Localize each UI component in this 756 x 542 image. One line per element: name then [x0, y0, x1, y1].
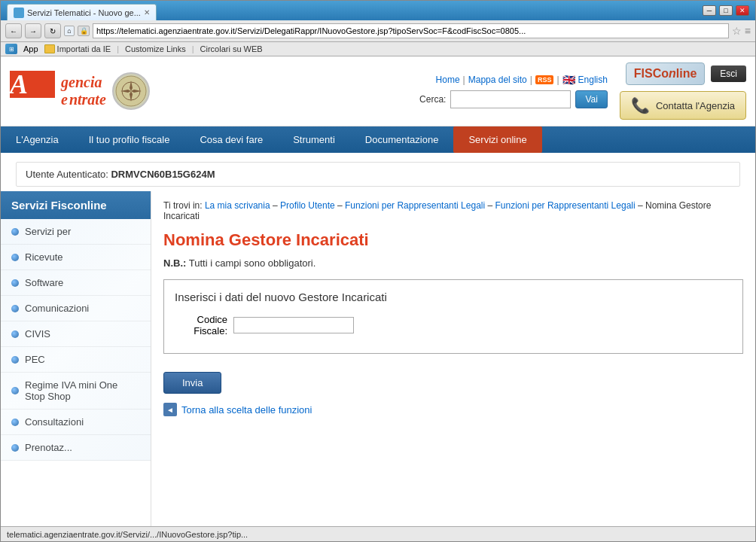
nav-bar: L'Agenzia Il tuo profilo fiscale Cosa de… — [1, 126, 755, 153]
sep4: – — [638, 200, 645, 211]
breadcrumb-funzioni1[interactable]: Funzioni per Rappresentanti Legali — [345, 200, 485, 211]
sidebar-dot-icon — [11, 356, 19, 364]
folder-icon — [44, 44, 55, 53]
sidebar-label-ricevute: Ricevute — [25, 251, 63, 263]
nav-agenzia[interactable]: L'Agenzia — [1, 126, 74, 153]
mappa-link[interactable]: Mappa del sito — [468, 75, 527, 85]
sidebar-item-pec[interactable]: PEC — [1, 347, 151, 373]
codice-fiscale-row: Codice Fiscale: — [175, 314, 732, 336]
bookmark-importati-label: Importati da IE — [57, 44, 111, 53]
back-button[interactable]: ← — [5, 23, 22, 38]
title-bar: Servizi Telematici - Nuovo ge... ✕ ─ □ ✕ — [1, 1, 755, 20]
sidebar: Servizi Fisconline Servizi per Ricevute — [1, 191, 151, 526]
sidebar-dot-icon — [11, 279, 19, 287]
home-link[interactable]: Home — [436, 75, 460, 85]
page-content: Ti trovi in: La mia scrivania – Profilo … — [151, 191, 755, 526]
sidebar-item-regime[interactable]: Regime IVA mini One Stop Shop — [1, 373, 151, 410]
address-bar: ← → ↻ ⌂ 🔒 ☆ ≡ — [1, 20, 755, 42]
sep2: – — [337, 200, 345, 211]
sidebar-content: Servizi per Ricevute Software Comunicazi… — [1, 219, 151, 461]
nav-cosa[interactable]: Cosa devi fare — [184, 126, 278, 153]
logo-area: A gencia e ntrate — [10, 71, 150, 112]
contatta-button[interactable]: 📞 Contatta l'Agenzia — [620, 91, 746, 120]
sidebar-dot-icon — [11, 254, 19, 261]
bookmarks-app-label: App — [23, 44, 38, 53]
nav-documentazione[interactable]: Documentazione — [350, 126, 454, 153]
contatta-label: Contatta l'Agenzia — [656, 100, 735, 111]
sidebar-dot-icon — [11, 228, 19, 236]
breadcrumb: Ti trovi in: La mia scrivania – Profilo … — [163, 200, 743, 221]
site-header: A gencia e ntrate — [1, 56, 755, 126]
breadcrumb-scrivania[interactable]: La mia scrivania — [205, 200, 270, 211]
logo-a-letter: A — [10, 71, 55, 98]
codice-label: Codice — [175, 314, 227, 325]
bookmark-customize[interactable]: Customize Links — [125, 44, 186, 53]
invia-button[interactable]: Invia — [163, 372, 221, 394]
sidebar-item-prenotaz[interactable]: Prenotaz... — [1, 435, 151, 461]
english-link[interactable]: English — [578, 75, 608, 85]
header-right-section: Home | Mappa del sito | RSS | 🇬🇧 English… — [150, 74, 608, 108]
sidebar-item-software[interactable]: Software — [1, 270, 151, 296]
address-input[interactable] — [93, 23, 729, 38]
bookmark-importati[interactable]: Importati da IE — [44, 44, 111, 53]
sidebar-dot-icon — [11, 305, 19, 312]
breadcrumb-funzioni2[interactable]: Funzioni per Rappresentanti Legali — [495, 200, 636, 211]
breadcrumb-profilo[interactable]: Profilo Utente — [280, 200, 335, 211]
tab-close-button[interactable]: ✕ — [144, 8, 150, 17]
sep2: | — [530, 75, 532, 85]
nav-profilo[interactable]: Il tuo profilo fiscale — [74, 126, 185, 153]
sidebar-item-civis[interactable]: CIVIS — [1, 321, 151, 347]
uk-flag-icon: 🇬🇧 — [562, 74, 575, 86]
back-link[interactable]: ◄ Torna alla scelta delle funzioni — [163, 403, 743, 416]
logo-entrate-row: e ntrate — [61, 91, 106, 108]
nav-strumenti[interactable]: Strumenti — [278, 126, 350, 153]
codice-label-block: Codice Fiscale: — [175, 314, 227, 336]
sidebar-dot-icon — [11, 330, 19, 338]
bookmark-circolari-label: Circolari su WEB — [200, 44, 263, 53]
sidebar-item-ricevute[interactable]: Ricevute — [1, 245, 151, 270]
bookmark-circolari[interactable]: Circolari su WEB — [200, 44, 263, 53]
home-icon: ⌂ — [64, 26, 75, 36]
sep3: – — [488, 200, 495, 211]
close-button[interactable]: ✕ — [736, 5, 749, 16]
refresh-button[interactable]: ↻ — [44, 23, 61, 38]
browser-content: A gencia e ntrate — [1, 56, 755, 541]
sep: – — [273, 200, 280, 211]
sidebar-item-servizi-per[interactable]: Servizi per — [1, 219, 151, 245]
note-text: N.B.: Tutti i campi sono obbligatori. — [163, 257, 743, 269]
note-label: N.B.: — [163, 257, 186, 269]
sidebar-label-regime: Regime IVA mini One Stop Shop — [25, 379, 140, 402]
bookmark-star-icon[interactable]: ☆ — [732, 25, 742, 37]
main-area: Servizi Fisconline Servizi per Ricevute — [1, 191, 755, 526]
logo-gencia: gencia — [61, 74, 106, 91]
back-link-area: ◄ Torna alla scelta delle funzioni — [163, 403, 743, 416]
browser-menu-icon[interactable]: ≡ — [745, 25, 751, 37]
security-icon: 🔒 — [78, 26, 90, 36]
rss-icon[interactable]: RSS — [535, 75, 554, 84]
sep3: | — [556, 75, 559, 85]
search-input[interactable] — [450, 90, 571, 108]
top-links: Home | Mappa del sito | RSS | 🇬🇧 English — [436, 74, 608, 86]
codice-fiscale-input[interactable] — [233, 317, 354, 333]
sidebar-item-comunicazioni[interactable]: Comunicazioni — [1, 296, 151, 321]
sidebar-label-software: Software — [25, 277, 63, 288]
minimize-button[interactable]: ─ — [703, 5, 716, 16]
forward-button[interactable]: → — [25, 23, 41, 38]
logo-e-letter: e — [61, 91, 68, 108]
sidebar-dot-icon — [11, 419, 19, 426]
sidebar-label-comunicazioni: Comunicazioni — [25, 303, 89, 314]
apps-icon: ⊞ — [5, 44, 17, 54]
browser-window: Servizi Telematici - Nuovo ge... ✕ ─ □ ✕… — [0, 0, 756, 542]
phone-icon: 📞 — [631, 96, 650, 114]
maximize-button[interactable]: □ — [719, 5, 733, 16]
nav-servizi-online[interactable]: Servizi online — [453, 126, 541, 153]
back-arrow-icon: ◄ — [163, 403, 177, 416]
vai-button[interactable]: Vai — [575, 90, 607, 108]
esci-button[interactable]: Esci — [711, 65, 746, 82]
username: DRMVCN60B15G624M — [111, 169, 215, 180]
browser-tab[interactable]: Servizi Telematici - Nuovo ge... ✕ — [7, 4, 157, 20]
form-box: Inserisci i dati del nuovo Gestore Incar… — [163, 279, 743, 354]
sidebar-item-consultazioni[interactable]: Consultazioni — [1, 410, 151, 435]
back-link-label: Torna alla scelta delle funzioni — [181, 404, 312, 416]
user-bar-wrapper: Utente Autenticato: DRMVCN60B15G624M — [8, 157, 748, 191]
